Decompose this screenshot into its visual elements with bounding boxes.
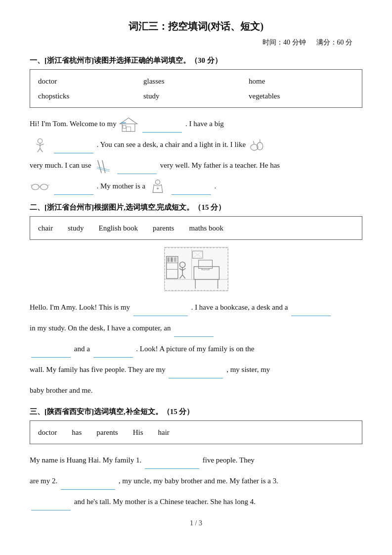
blank-1[interactable] xyxy=(142,124,182,133)
full-score-label: 满分：60 分 xyxy=(316,39,353,46)
section1-word-box: doctor glasses home chopsticks study veg… xyxy=(30,69,362,108)
svg-line-11 xyxy=(40,148,43,152)
svg-rect-1 xyxy=(123,124,135,131)
s2-word-chair: chair xyxy=(38,221,53,235)
glasses-image xyxy=(31,179,49,195)
svg-line-16 xyxy=(98,160,102,173)
house-image xyxy=(119,117,138,133)
svg-rect-2 xyxy=(127,127,131,131)
s2-text2: . I have a bookcase, a desk and a xyxy=(191,303,290,311)
s2-text6: wall. My family has five people. They ar… xyxy=(30,366,167,373)
room-illustration xyxy=(164,247,228,291)
time-score-line: 时间：40 分钟 满分：60 分 xyxy=(30,38,362,47)
s3-text4: , my uncle, my baby brother and me. My f… xyxy=(119,477,278,485)
svg-line-10 xyxy=(38,148,40,152)
svg-point-25 xyxy=(155,180,160,184)
time-label: 时间：40 分钟 xyxy=(262,39,306,46)
s1-text6: . My mother is a xyxy=(97,182,148,190)
s3-text2: five people. They xyxy=(203,456,255,464)
s1-text2: . I have a big xyxy=(185,120,224,128)
s2-blank-1[interactable] xyxy=(133,307,188,316)
s2-word-englishbook: English book xyxy=(99,221,138,235)
s1-text3: . You can see a desk, a chair and a ligh… xyxy=(97,140,248,148)
section3-heading: 三、[陕西省西安市]选词填空,补全短文。（15 分） xyxy=(30,407,362,416)
svg-line-14 xyxy=(253,140,254,144)
s2-text5: . Look! A picture of my family is on the xyxy=(136,345,254,353)
svg-rect-34 xyxy=(167,257,170,262)
s3-text3: are my 2. xyxy=(30,477,59,485)
page-title: 词汇三：挖空填词(对话、短文) xyxy=(30,20,362,33)
s2-blank-4[interactable] xyxy=(31,349,71,358)
svg-line-18 xyxy=(97,167,110,170)
s3-blank-1[interactable] xyxy=(145,460,199,469)
svg-line-24 xyxy=(48,185,49,185)
svg-point-6 xyxy=(38,139,42,143)
section2-image-area xyxy=(30,247,362,291)
person-image xyxy=(31,138,49,153)
s2-word-study: study xyxy=(68,221,84,235)
svg-line-8 xyxy=(36,144,40,145)
svg-line-9 xyxy=(40,144,44,145)
s3-word-has: has xyxy=(72,425,82,440)
section2-word-box: chair study English book parents maths b… xyxy=(30,216,362,240)
svg-line-23 xyxy=(31,185,32,185)
s3-blank-2[interactable] xyxy=(61,481,115,490)
s3-text5: and he's tall. My mother is a Chinese te… xyxy=(74,498,256,506)
doctor-image xyxy=(148,179,167,195)
s3-word-his: His xyxy=(133,425,143,440)
svg-line-19 xyxy=(97,168,110,171)
s2-word-mathsbook: maths book xyxy=(189,221,223,235)
s2-blank-6[interactable] xyxy=(169,370,223,378)
blank-2[interactable] xyxy=(54,144,93,153)
svg-rect-36 xyxy=(174,257,176,262)
word-chopsticks: chopsticks xyxy=(38,89,143,103)
section2-paragraph: Hello. I'm Amy. Look! This is my . I hav… xyxy=(30,298,362,399)
s3-word-doctor: doctor xyxy=(38,425,57,440)
s3-text1: My name is Huang Hai. My family 1. xyxy=(30,456,143,464)
section3-word-box: doctor has parents His hair xyxy=(30,420,362,444)
s2-word-parents: parents xyxy=(153,221,174,235)
s1-text4: very much. I can use xyxy=(30,161,93,169)
s2-blank-5[interactable] xyxy=(93,349,133,358)
s3-word-parents: parents xyxy=(96,425,118,440)
section3-paragraph: My name is Huang Hai. My family 1. five … xyxy=(30,451,362,510)
section1-paragraph: Hi! I'm Tom. Welcome to my . I have a bi… xyxy=(30,115,362,195)
s2-text4: and a xyxy=(74,345,92,353)
section1-heading: 一、[浙江省杭州市]读图并选择正确的单词填空。（30 分） xyxy=(30,56,362,65)
svg-rect-35 xyxy=(171,257,173,262)
chopsticks-image xyxy=(94,158,113,174)
s2-text1: Hello. I'm Amy. Look! This is my xyxy=(30,303,132,311)
s3-blank-3[interactable] xyxy=(31,502,71,510)
word-study: study xyxy=(143,89,249,103)
word-glasses: glasses xyxy=(143,74,249,89)
svg-line-17 xyxy=(102,160,105,173)
blank-5[interactable] xyxy=(172,186,211,195)
s2-text3: in my study. On the desk, I have a compu… xyxy=(30,324,173,332)
word-doctor: doctor xyxy=(38,74,143,89)
vegetables-image xyxy=(249,138,267,153)
svg-rect-3 xyxy=(123,125,126,128)
s2-blank-3[interactable] xyxy=(174,328,214,337)
s2-text8: baby brother and me. xyxy=(30,386,92,394)
svg-point-20 xyxy=(32,184,39,189)
word-vegetables: vegetables xyxy=(249,89,354,103)
s2-text7: , my sister, my xyxy=(226,366,270,373)
s1-text7: . xyxy=(215,182,217,190)
word-home: home xyxy=(249,74,354,89)
s1-text1: Hi! I'm Tom. Welcome to my xyxy=(30,120,118,128)
blank-4[interactable] xyxy=(54,186,93,195)
section2-heading: 二、[浙江省台州市]根据图片,选词填空,完成短文。（15 分） xyxy=(30,203,362,212)
svg-point-21 xyxy=(41,184,48,189)
blank-3[interactable] xyxy=(117,165,157,174)
s2-blank-2[interactable] xyxy=(291,307,331,316)
page-indicator: 1 / 3 xyxy=(30,519,362,527)
s1-text5: very well. My father is a teacher. He ha… xyxy=(160,161,280,169)
s3-word-hair: hair xyxy=(158,425,170,440)
